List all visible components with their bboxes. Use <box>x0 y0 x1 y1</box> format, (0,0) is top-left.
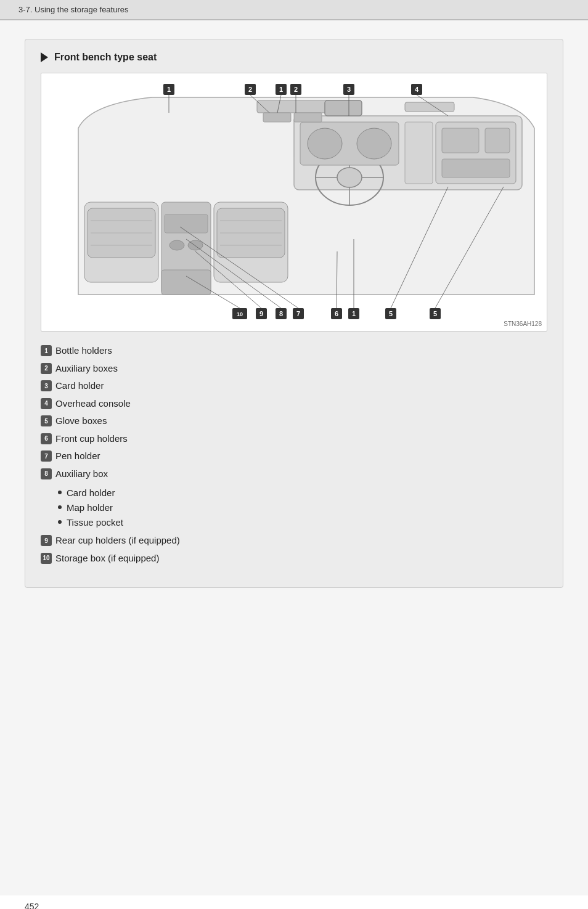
svg-point-17 <box>337 168 362 187</box>
svg-point-23 <box>308 128 342 159</box>
sub-item-text: Card holder <box>67 486 115 500</box>
list-item: 10Storage box (if equipped) <box>41 552 547 566</box>
item-text: Pen holder <box>55 449 100 463</box>
svg-text:8: 8 <box>279 310 283 317</box>
item-badge: 5 <box>41 415 52 426</box>
svg-text:7: 7 <box>296 310 300 317</box>
diagram-container: 1 2 1 2 3 4 <box>41 73 547 332</box>
list-item: 5Glove boxes <box>41 414 547 428</box>
svg-text:5: 5 <box>389 310 393 317</box>
svg-text:2: 2 <box>248 86 252 93</box>
item-badge: 3 <box>41 380 52 391</box>
item-text: Card holder <box>55 379 104 393</box>
bullet-dot <box>58 520 62 524</box>
list-item: 3Card holder <box>41 379 547 393</box>
item-list: 1Bottle holders2Auxiliary boxes3Card hol… <box>41 344 547 565</box>
sub-list: Card holderMap holderTissue pocket <box>58 486 123 530</box>
bullet-dot <box>58 491 62 494</box>
section-box: Front bench type seat <box>25 39 563 588</box>
sub-list-container: Card holderMap holderTissue pocket <box>41 484 547 530</box>
triangle-icon <box>41 52 48 62</box>
list-item: 4Overhead console <box>41 397 547 411</box>
diagram-caption: STN36AH128 <box>504 320 542 327</box>
section-title-text: Front bench type seat <box>54 52 157 63</box>
item-badge: 7 <box>41 450 52 462</box>
item-badge: 10 <box>41 553 52 564</box>
svg-text:10: 10 <box>237 311 243 317</box>
item-badge: 8 <box>41 468 52 479</box>
svg-text:2: 2 <box>294 86 298 93</box>
item-text: Auxiliary box <box>55 467 108 481</box>
list-item: 8Auxiliary box <box>41 467 547 481</box>
svg-rect-27 <box>485 128 510 153</box>
svg-text:3: 3 <box>347 86 351 93</box>
sub-list-item: Card holder <box>58 486 123 500</box>
svg-text:1: 1 <box>352 310 356 317</box>
svg-rect-35 <box>294 113 322 122</box>
item-text: Storage box (if equipped) <box>55 552 159 566</box>
item-text: Overhead console <box>55 397 131 411</box>
svg-text:1: 1 <box>279 86 283 93</box>
sub-item-text: Map holder <box>67 500 113 515</box>
svg-point-24 <box>357 128 391 159</box>
item-badge: 2 <box>41 363 52 374</box>
svg-text:6: 6 <box>335 310 338 317</box>
svg-text:1: 1 <box>167 86 171 93</box>
car-diagram-svg: 1 2 1 2 3 4 <box>41 73 547 331</box>
list-item: 7Pen holder <box>41 449 547 463</box>
sub-list-item: Tissue pocket <box>58 515 123 530</box>
svg-rect-28 <box>442 159 510 177</box>
item-text: Bottle holders <box>55 344 112 358</box>
item-badge: 1 <box>41 345 52 356</box>
svg-rect-12 <box>165 214 208 233</box>
svg-rect-29 <box>405 122 433 184</box>
svg-rect-32 <box>325 100 362 116</box>
item-text: Rear cup holders (if equipped) <box>55 534 180 548</box>
section-title: Front bench type seat <box>41 52 547 63</box>
item-badge: 9 <box>41 535 52 546</box>
sub-list-item: Map holder <box>58 500 123 515</box>
item-badge: 6 <box>41 433 52 444</box>
sub-item-text: Tissue pocket <box>67 515 123 530</box>
list-item: 6Front cup holders <box>41 432 547 446</box>
svg-rect-33 <box>161 270 211 295</box>
item-text: Auxiliary boxes <box>55 362 118 376</box>
list-item: 1Bottle holders <box>41 344 547 358</box>
list-item: 2Auxiliary boxes <box>41 362 547 376</box>
svg-rect-34 <box>263 113 291 122</box>
svg-text:9: 9 <box>259 310 263 317</box>
breadcrumb: 3-7. Using the storage features <box>18 5 129 14</box>
svg-text:5: 5 <box>433 310 437 317</box>
item-badge: 4 <box>41 398 52 409</box>
list-item: 9Rear cup holders (if equipped) <box>41 534 547 548</box>
item-text: Front cup holders <box>55 432 128 446</box>
page-number: 452 <box>0 895 588 909</box>
svg-text:4: 4 <box>415 86 419 93</box>
bullet-dot <box>58 505 62 509</box>
svg-rect-30 <box>257 100 331 113</box>
svg-point-13 <box>169 240 184 250</box>
item-text: Glove boxes <box>55 414 107 428</box>
svg-rect-26 <box>442 128 479 153</box>
main-content: Front bench type seat <box>0 20 588 895</box>
header-bar: 3-7. Using the storage features <box>0 0 588 20</box>
